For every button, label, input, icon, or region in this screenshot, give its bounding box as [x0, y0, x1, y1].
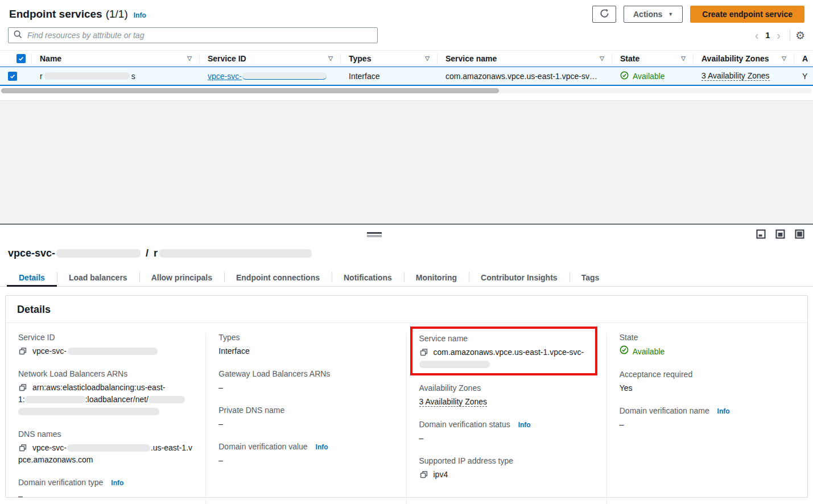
copy-icon[interactable] — [18, 383, 27, 392]
panel-size-medium-icon[interactable] — [775, 229, 785, 239]
page-title-text: Endpoint services — [9, 8, 102, 20]
table-controls-row: ‹ 1 › ⚙ — [0, 23, 813, 43]
copy-icon[interactable] — [18, 443, 27, 452]
create-endpoint-service-button[interactable]: Create endpoint service — [690, 6, 804, 23]
row-availability-zones-cell: 3 Availability Zones — [693, 71, 794, 81]
panel-size-small-icon[interactable] — [756, 229, 766, 239]
pagination-divider — [790, 30, 790, 41]
details-column-3: Service name com.amazonaws.vpce.us-east-… — [407, 333, 607, 504]
info-link[interactable]: Info — [717, 407, 730, 415]
tab-allow-principals[interactable]: Allow principals — [139, 269, 224, 286]
select-all-checkbox[interactable] — [16, 54, 26, 63]
redacted-text — [148, 396, 185, 403]
details-column-1: Service ID vpce-svc- Network Load Balanc… — [6, 333, 206, 504]
row-state-cell: Available — [612, 71, 693, 81]
field-domain-verification-value: Domain verification value Info – — [218, 442, 394, 466]
table-header-row: Name ▽ Service ID ▽ Types ▽ Service name… — [0, 50, 813, 67]
copy-icon[interactable] — [18, 346, 27, 356]
horizontal-scrollbar-thumb[interactable] — [1, 88, 499, 93]
actions-button[interactable]: Actions ▼ — [624, 6, 683, 23]
service-id-link[interactable]: vpce-svc- — [208, 72, 327, 81]
select-all-header-cell — [0, 51, 31, 66]
column-header-state[interactable]: State ▽ — [612, 51, 693, 66]
redacted-text — [419, 361, 490, 368]
info-link[interactable]: Info — [134, 11, 146, 19]
redacted-text — [25, 396, 85, 403]
page-title: Endpoint services (1/1) Info — [9, 8, 146, 20]
filter-icon[interactable]: ▽ — [425, 55, 430, 61]
split-panel-drag-handle[interactable] — [367, 232, 382, 237]
copy-icon[interactable] — [419, 348, 428, 357]
field-supported-ip-address-type: Supported IP address type ipv4 — [419, 456, 595, 481]
column-header-types[interactable]: Types ▽ — [340, 51, 437, 66]
details-card-body: Service ID vpce-svc- Network Load Balanc… — [6, 323, 807, 504]
tabs: Details Load balancers Allow principals … — [0, 269, 813, 287]
info-link[interactable]: Info — [111, 479, 123, 487]
column-header-clipped[interactable]: A — [794, 51, 813, 66]
redacted-text — [68, 348, 158, 355]
refresh-icon — [600, 9, 609, 20]
column-header-service-name[interactable]: Service name ▽ — [437, 51, 612, 66]
caret-down-icon: ▼ — [668, 11, 673, 17]
tab-monitoring[interactable]: Monitoring — [404, 269, 469, 286]
search-icon — [9, 30, 26, 40]
endpoint-services-list-section: Endpoint services (1/1) Info Actions ▼ C… — [0, 0, 813, 93]
split-panel-title: vpce-svc- / r — [8, 247, 813, 259]
refresh-button[interactable] — [592, 6, 616, 23]
tab-tags[interactable]: Tags — [569, 269, 612, 286]
row-checkbox[interactable] — [8, 72, 17, 81]
details-card: Details Service ID vpce-svc- Network Loa… — [5, 295, 808, 498]
redacted-text — [44, 72, 130, 80]
filter-icon[interactable]: ▽ — [681, 55, 686, 61]
availability-zones-popover-link[interactable]: 3 Availability Zones — [419, 397, 488, 407]
service-name-highlight-box: Service name com.amazonaws.vpce.us-east-… — [410, 327, 597, 375]
copy-icon[interactable] — [419, 470, 428, 479]
filter-icon[interactable]: ▽ — [328, 55, 333, 61]
column-header-service-id[interactable]: Service ID ▽ — [199, 51, 340, 66]
redacted-text — [242, 72, 327, 80]
column-header-availability-zones[interactable]: Availability Zones ▽ — [693, 51, 794, 66]
table-row[interactable]: r s vpce-svc- Interface com.amazonaws.vp… — [0, 67, 813, 86]
row-acceptance-cell: Y — [794, 72, 813, 81]
tab-notifications[interactable]: Notifications — [332, 269, 404, 286]
row-service-id-cell: vpce-svc- — [199, 72, 340, 81]
field-domain-verification-type: Domain verification type Info – — [18, 478, 194, 502]
filter-icon[interactable]: ▽ — [187, 55, 192, 61]
available-check-icon — [620, 345, 629, 358]
tab-contributor-insights[interactable]: Contributor Insights — [469, 269, 569, 286]
actions-button-label: Actions — [633, 10, 662, 19]
preferences-gear-icon[interactable]: ⚙ — [795, 30, 805, 41]
details-column-2: Types Interface Gateway Load Balancers A… — [206, 333, 406, 504]
details-column-4: State Available Acceptance required Yes — [607, 333, 807, 504]
tab-load-balancers[interactable]: Load balancers — [57, 269, 139, 286]
tab-endpoint-connections[interactable]: Endpoint connections — [224, 269, 332, 286]
filter-icon[interactable]: ▽ — [782, 55, 786, 61]
search-input[interactable] — [26, 30, 377, 40]
tab-details[interactable]: Details — [7, 269, 57, 286]
redacted-text — [56, 249, 141, 258]
field-acceptance-required: Acceptance required Yes — [620, 370, 796, 394]
redacted-text — [67, 444, 150, 452]
horizontal-scrollbar — [1, 88, 812, 93]
background-gap — [0, 100, 813, 224]
split-panel: vpce-svc- / r Details Load balancers All… — [0, 224, 813, 503]
field-state: State Available — [620, 333, 796, 358]
current-page-number[interactable]: 1 — [762, 31, 773, 40]
field-dns-names: DNS names vpce-svc-.us-east-1.vpce.amazo… — [18, 429, 194, 466]
availability-zones-popover-link[interactable]: 3 Availability Zones — [701, 71, 770, 81]
field-types: Types Interface — [218, 333, 394, 357]
info-link[interactable]: Info — [518, 421, 531, 429]
filter-icon[interactable]: ▽ — [600, 55, 604, 61]
available-check-icon — [620, 71, 629, 81]
resource-count: (1/1) — [106, 8, 128, 20]
row-types-cell: Interface — [340, 72, 437, 81]
column-header-name[interactable]: Name ▽ — [31, 51, 199, 66]
info-link[interactable]: Info — [316, 443, 328, 451]
next-page-button[interactable]: › — [773, 30, 785, 41]
panel-size-large-icon[interactable] — [795, 229, 804, 239]
previous-page-button[interactable]: ‹ — [751, 30, 763, 41]
pagination: ‹ 1 › ⚙ — [751, 30, 805, 41]
row-service-name-cell: com.amazonaws.vpce.us-east-1.vpce-sv… — [437, 72, 612, 81]
row-select-cell — [0, 72, 31, 81]
header-actions: Actions ▼ Create endpoint service — [592, 6, 804, 23]
